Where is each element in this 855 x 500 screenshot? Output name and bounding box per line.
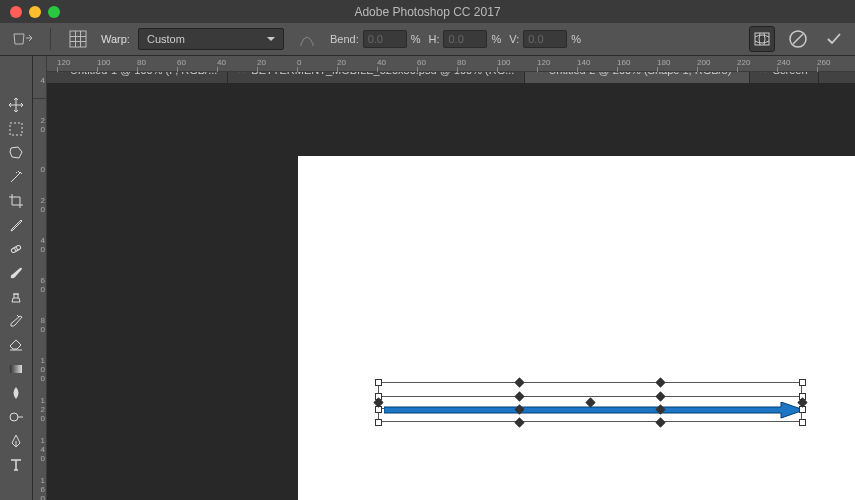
- commit-button[interactable]: [821, 26, 847, 52]
- v-input[interactable]: 0.0: [523, 30, 567, 48]
- h-input[interactable]: 0.0: [443, 30, 487, 48]
- pct-label: %: [411, 33, 421, 45]
- separator: [50, 28, 51, 50]
- handle-tl[interactable]: [375, 379, 382, 386]
- close-button[interactable]: [10, 6, 22, 18]
- handle-tr[interactable]: [799, 379, 806, 386]
- warp-label: Warp:: [101, 33, 130, 45]
- title-bar: Adobe Photoshop CC 2017: [0, 0, 855, 23]
- brush-tool[interactable]: [4, 262, 28, 284]
- move-tool[interactable]: [4, 94, 28, 116]
- warp-style-select[interactable]: Custom: [138, 28, 284, 50]
- pct-label: %: [571, 33, 581, 45]
- window-controls: [0, 6, 60, 18]
- arrow-path: [384, 402, 804, 418]
- handle-br[interactable]: [799, 419, 806, 426]
- options-bar: Warp: Custom Bend: 0.0 % H: 0.0 % V: 0.0…: [0, 23, 855, 56]
- magic-wand-tool[interactable]: [4, 166, 28, 188]
- bend-input[interactable]: 0.0: [363, 30, 407, 48]
- svg-point-8: [10, 413, 18, 421]
- svg-line-3: [793, 34, 803, 44]
- ruler-origin[interactable]: [33, 83, 47, 99]
- svg-rect-5: [11, 245, 22, 253]
- lasso-tool[interactable]: [4, 142, 28, 164]
- pen-tool[interactable]: [4, 430, 28, 452]
- svg-rect-7: [10, 365, 22, 373]
- svg-rect-4: [10, 123, 22, 135]
- shape-layer[interactable]: [384, 402, 804, 422]
- gradient-tool[interactable]: [4, 358, 28, 380]
- blur-tool[interactable]: [4, 382, 28, 404]
- eyedropper-tool[interactable]: [4, 214, 28, 236]
- v-label: V:: [509, 33, 519, 45]
- dodge-tool[interactable]: [4, 406, 28, 428]
- zoom-button[interactable]: [48, 6, 60, 18]
- clone-stamp-tool[interactable]: [4, 286, 28, 308]
- canvas-area[interactable]: 1201008060402002040608010012014016018020…: [47, 56, 855, 500]
- minimize-button[interactable]: [29, 6, 41, 18]
- grid-icon[interactable]: [63, 27, 93, 51]
- svg-rect-0: [70, 31, 86, 47]
- document-canvas[interactable]: [298, 156, 855, 500]
- marquee-tool[interactable]: [4, 118, 28, 140]
- eraser-tool[interactable]: [4, 334, 28, 356]
- bend-label: Bend:: [330, 33, 359, 45]
- h-field: H: 0.0 %: [428, 30, 501, 48]
- h-label: H:: [428, 33, 439, 45]
- v-field: V: 0.0 %: [509, 30, 581, 48]
- healing-brush-tool[interactable]: [4, 238, 28, 260]
- handle-bl[interactable]: [375, 419, 382, 426]
- orientation-icon[interactable]: [292, 27, 322, 51]
- cancel-button[interactable]: [785, 26, 811, 52]
- transform-mode-icon[interactable]: [8, 27, 38, 51]
- switch-warp-button[interactable]: [749, 26, 775, 52]
- app-title: Adobe Photoshop CC 2017: [354, 5, 500, 19]
- ruler-horizontal[interactable]: 1201008060402002040608010012014016018020…: [47, 56, 855, 72]
- history-brush-tool[interactable]: [4, 310, 28, 332]
- pct-label: %: [491, 33, 501, 45]
- crop-tool[interactable]: [4, 190, 28, 212]
- warp-style-value: Custom: [147, 33, 185, 45]
- type-tool[interactable]: [4, 454, 28, 476]
- bend-field: Bend: 0.0 %: [330, 30, 421, 48]
- tool-palette: [0, 56, 33, 500]
- ruler-vertical[interactable]: 4020020406080100120140160: [33, 56, 47, 500]
